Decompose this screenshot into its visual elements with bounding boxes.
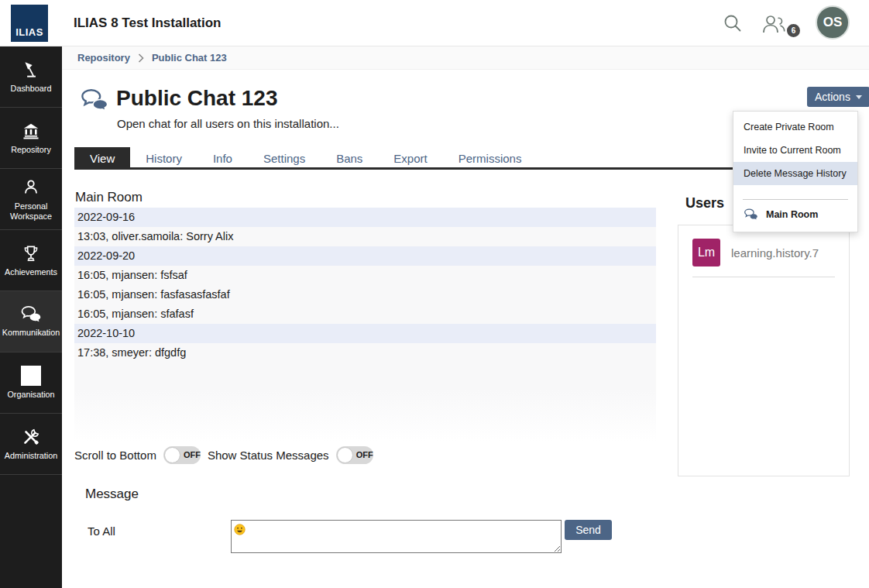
- sidebar-label: Organisation: [1, 390, 61, 400]
- chat-object-icon: [80, 88, 109, 113]
- breadcrumb-repository[interactable]: Repository: [77, 52, 130, 64]
- page-subtitle: Open chat for all users on this installa…: [117, 117, 339, 130]
- lamp-icon: [21, 60, 41, 80]
- sidebar-label: Administration: [1, 451, 61, 461]
- sidebar-item-personal-workspace[interactable]: Personal Workspace: [0, 169, 62, 230]
- main-sidebar: Dashboard Repository Personal Workspace: [0, 46, 62, 588]
- chat-date-row: 2022-09-20: [74, 246, 656, 266]
- chat-message-row: 13:03, oliver.samoila: Sorry Alix: [74, 227, 656, 246]
- show-status-messages-label: Show Status Messages: [208, 449, 329, 462]
- menu-item-invite-to-current-room[interactable]: Invite to Current Room: [733, 139, 857, 162]
- menu-item-create-private-room[interactable]: Create Private Room: [733, 115, 857, 139]
- ilias-chat-page: ILIAS ILIAS 8 Test Installation 6 OS Das…: [0, 0, 869, 588]
- chat-message-row: 16:05, mjansen: sfafasf: [74, 304, 656, 324]
- actions-button[interactable]: Actions: [807, 87, 869, 107]
- chat-message-row: 16:05, mjansen: fsfsaf: [74, 266, 656, 285]
- scroll-to-bottom-toggle[interactable]: OFF: [163, 446, 201, 464]
- sidebar-label: Personal Workspace: [1, 201, 61, 222]
- chat-fade: [74, 363, 656, 442]
- toggle-knob: [164, 447, 180, 463]
- user-list-item[interactable]: Lm learning.history.7: [678, 225, 849, 277]
- sidebar-item-achievements[interactable]: Achievements: [0, 230, 62, 291]
- sidebar-item-administration[interactable]: Administration: [0, 414, 62, 475]
- breadcrumb: Repository Public Chat 123: [62, 46, 869, 70]
- tab-settings[interactable]: Settings: [248, 147, 321, 167]
- tab-history[interactable]: History: [130, 147, 198, 167]
- sidebar-item-repository[interactable]: Repository: [0, 108, 62, 169]
- chat-toggles: Scroll to Bottom OFF Show Status Message…: [74, 446, 373, 464]
- page-title: Public Chat 123: [116, 86, 278, 111]
- online-users-icon[interactable]: [761, 12, 788, 36]
- tab-bans[interactable]: Bans: [321, 147, 378, 167]
- trophy-icon: [21, 243, 41, 263]
- sidebar-label: Achievements: [1, 267, 61, 277]
- message-section-title: Message: [85, 487, 139, 502]
- tab-view[interactable]: View: [74, 147, 130, 167]
- user-avatar[interactable]: OS: [816, 5, 850, 40]
- tools-icon: [21, 427, 41, 447]
- sidebar-item-organisation[interactable]: Organisation: [0, 352, 62, 414]
- chat-bubbles-icon: [20, 305, 42, 324]
- sidebar-label: Kommunikation: [1, 328, 61, 338]
- tab-info[interactable]: Info: [198, 147, 248, 167]
- room-title: Main Room: [75, 190, 143, 205]
- top-header: ILIAS ILIAS 8 Test Installation 6 OS: [0, 0, 869, 46]
- send-button[interactable]: Send: [565, 520, 612, 540]
- actions-dropdown-menu: Create Private Room Invite to Current Ro…: [733, 111, 858, 232]
- menu-item-delete-message-history[interactable]: Delete Message History: [733, 162, 857, 185]
- toggle-knob: [337, 447, 353, 463]
- chat-message-list[interactable]: 2022-09-16 13:03, oliver.samoila: Sorry …: [74, 208, 656, 442]
- chat-date-row: 2022-09-16: [74, 208, 656, 227]
- menu-spacer: [733, 185, 857, 199]
- sidebar-label: Repository: [1, 145, 61, 155]
- menu-item-main-room[interactable]: Main Room: [733, 200, 857, 225]
- app-title: ILIAS 8 Test Installation: [74, 15, 222, 31]
- chat-message-row: 16:05, mjansen: fasfasasfasfaf: [74, 285, 656, 304]
- sidebar-item-kommunikation[interactable]: Kommunikation: [0, 291, 62, 352]
- square-icon: [21, 366, 41, 386]
- actions-button-label: Actions: [815, 91, 850, 103]
- tab-export[interactable]: Export: [378, 147, 442, 167]
- chevron-right-icon: [138, 53, 144, 63]
- breadcrumb-current[interactable]: Public Chat 123: [152, 52, 227, 64]
- toggle-state-label: OFF: [184, 450, 201, 459]
- tab-permissions[interactable]: Permissions: [443, 147, 538, 167]
- recipient-label: To All: [88, 524, 115, 538]
- chat-message-row: 17:38, smeyer: dfgdfg: [74, 343, 656, 363]
- online-count-badge: 6: [787, 24, 800, 37]
- caret-down-icon: [856, 95, 862, 99]
- user-initials-avatar: Lm: [692, 239, 720, 266]
- user-name: learning.history.7: [731, 246, 819, 260]
- scroll-to-bottom-label: Scroll to Bottom: [74, 449, 156, 462]
- sidebar-label: Dashboard: [1, 84, 61, 94]
- message-input[interactable]: [231, 520, 562, 553]
- chat-bubbles-icon: [744, 208, 758, 221]
- sidebar-item-dashboard[interactable]: Dashboard: [0, 46, 62, 108]
- emoji-picker-icon[interactable]: [234, 524, 246, 535]
- chat-date-row: 2022-10-10: [74, 324, 656, 343]
- user-separator: [692, 277, 835, 277]
- users-panel-title: Users: [685, 195, 724, 211]
- show-status-messages-toggle[interactable]: OFF: [336, 446, 373, 464]
- menu-item-label: Main Room: [766, 209, 818, 220]
- toggle-state-label: OFF: [356, 450, 373, 459]
- users-panel: Lm learning.history.7: [678, 225, 850, 476]
- bank-icon: [21, 121, 41, 141]
- ilias-logo[interactable]: ILIAS: [11, 5, 48, 42]
- search-icon[interactable]: [722, 12, 744, 34]
- person-icon: [21, 177, 41, 198]
